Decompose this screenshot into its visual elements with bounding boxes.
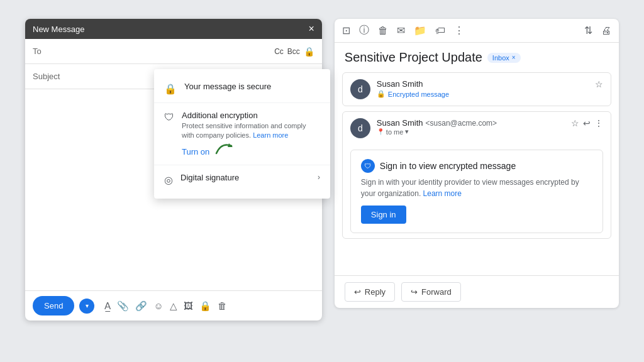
- compose-footer: Send ▾ A̲ 📎 🔗 ☺ △ 🖼 🔒 🗑: [25, 290, 322, 321]
- reply-label: Reply: [365, 287, 386, 297]
- msg-info-2: Susan Smith <susan@acme.com> 📍 to me ▾: [377, 118, 565, 136]
- avatar-2: d: [350, 118, 370, 138]
- link-icon[interactable]: 🔗: [135, 300, 147, 312]
- sender-1: Susan Smith: [377, 79, 589, 89]
- reply-arrow-icon: ↩: [354, 287, 361, 297]
- lock-toolbar-icon[interactable]: 🔒: [199, 300, 211, 312]
- emoji-icon[interactable]: ☺: [153, 300, 163, 311]
- send-button[interactable]: Send: [33, 296, 74, 315]
- enc-shield-icon: 🔒: [377, 90, 386, 98]
- turn-on-link[interactable]: Turn on: [182, 147, 209, 156]
- to-label: To: [33, 47, 64, 56]
- email-message-2: d Susan Smith <susan@acme.com> 📍 to me ▾…: [342, 111, 611, 239]
- to-actions: Cc Bcc 🔒: [274, 47, 314, 57]
- email-message-1[interactable]: d Susan Smith 🔒 Encrypted message ☆: [342, 72, 611, 106]
- bcc-label[interactable]: Bcc: [287, 47, 300, 56]
- enc-item-digital[interactable]: ◎ Digital signature ›: [154, 165, 330, 194]
- badge-label: Inbox: [492, 54, 509, 62]
- sign-in-button[interactable]: Sign in: [361, 206, 406, 224]
- screenshot-wrapper: New Message × To Cc Bcc 🔒 Subject 🔒 Your…: [0, 0, 644, 362]
- cc-label[interactable]: Cc: [274, 47, 284, 56]
- enc-badge-1: 🔒 Encrypted message: [377, 90, 589, 98]
- format-text-icon[interactable]: A̲: [104, 300, 111, 312]
- attach-icon[interactable]: 📎: [117, 300, 129, 312]
- email-panel: ⊡ ⓘ 🗑 ✉ 📁 🏷 ⋮ ⇅ 🖨 Sensitive Project Upda…: [335, 19, 619, 308]
- info-icon[interactable]: ⓘ: [359, 24, 369, 37]
- compose-panel: New Message × To Cc Bcc 🔒 Subject 🔒 Your…: [25, 19, 322, 321]
- enc-label-1: Encrypted message: [388, 90, 449, 98]
- additional-learn-more[interactable]: Learn more: [253, 131, 288, 139]
- compose-to-field[interactable]: To Cc Bcc 🔒: [25, 39, 322, 64]
- email-toolbar: ⊡ ⓘ 🗑 ✉ 📁 🏷 ⋮ ⇅ 🖨: [335, 19, 619, 43]
- secure-title: Your message is secure: [184, 82, 320, 91]
- sign-in-learn-more[interactable]: Learn more: [423, 189, 462, 198]
- photo-icon[interactable]: 🖼: [184, 300, 193, 311]
- avatar-1: d: [350, 79, 370, 99]
- reply-button[interactable]: ↩ Reply: [345, 282, 395, 302]
- forward-label: Forward: [421, 287, 452, 297]
- compose-toolbar: A̲ 📎 🔗 ☺ △ 🖼 🔒 🗑: [104, 300, 226, 312]
- sign-in-box: 🛡 Sign in to view encrypted message Sign…: [350, 150, 603, 233]
- sender-email-2: <susan@acme.com>: [426, 119, 497, 128]
- compose-title: New Message: [33, 25, 84, 34]
- secure-content: Your message is secure: [184, 82, 320, 91]
- location-icon: 📍: [377, 128, 384, 135]
- email-icon[interactable]: ✉: [397, 25, 405, 36]
- badge-close-icon[interactable]: ×: [512, 54, 516, 61]
- sign-in-title-line: 🛡 Sign in to view encrypted message: [361, 159, 592, 173]
- trash-icon[interactable]: 🗑: [218, 300, 227, 311]
- compose-header: New Message ×: [25, 19, 322, 39]
- msg-actions-1: ☆: [595, 79, 603, 89]
- sign-in-desc-text: Sign in with your identity provider to v…: [361, 177, 592, 199]
- nav-up-down-icon[interactable]: ⇅: [584, 25, 592, 36]
- star-icon-1[interactable]: ☆: [595, 79, 603, 89]
- shield-icon: 🛡: [164, 112, 174, 123]
- digital-title: Digital signature: [180, 173, 310, 182]
- secure-lock-icon: 🔒: [164, 83, 177, 95]
- msg-info-1: Susan Smith 🔒 Encrypted message: [377, 79, 589, 98]
- archive-icon[interactable]: ⊡: [342, 25, 350, 36]
- to-chevron-icon: ▾: [405, 128, 409, 136]
- more-vert-icon[interactable]: ⋮: [454, 25, 464, 36]
- digital-arrow-icon: ›: [318, 173, 320, 182]
- email-footer: ↩ Reply ↪ Forward: [335, 275, 619, 308]
- send-caret-button[interactable]: ▾: [79, 299, 94, 314]
- svg-marker-0: [228, 143, 233, 147]
- enc-item-additional: 🛡 Additional encryption Protect sensitiv…: [154, 103, 330, 165]
- delete-icon[interactable]: 🗑: [378, 25, 388, 36]
- sender-2-line: Susan Smith <susan@acme.com>: [377, 118, 565, 128]
- digital-content: Digital signature: [180, 173, 310, 182]
- email-subject-bar: Sensitive Project Update Inbox ×: [335, 43, 619, 72]
- msg-actions-2: ☆ ↩ ⋮: [571, 118, 603, 128]
- encryption-dropdown: 🔒 Your message is secure 🛡 Additional en…: [154, 69, 330, 199]
- email-subject: Sensitive Project Update: [345, 50, 482, 65]
- drive-icon[interactable]: △: [170, 300, 177, 312]
- digital-sig-icon: ◎: [164, 174, 173, 186]
- label-icon[interactable]: 🏷: [435, 25, 445, 36]
- reply-icon-2[interactable]: ↩: [583, 118, 591, 128]
- msg-detail-header: d Susan Smith <susan@acme.com> 📍 to me ▾…: [343, 112, 611, 145]
- print-icon[interactable]: 🖨: [601, 25, 611, 36]
- sign-in-shield-icon: 🛡: [361, 159, 375, 173]
- inbox-badge: Inbox ×: [487, 53, 521, 63]
- lock-icon[interactable]: 🔒: [304, 47, 314, 57]
- subject-label: Subject: [33, 72, 64, 81]
- additional-desc: Protect sensitive information and comply…: [182, 121, 320, 141]
- star-icon-2[interactable]: ☆: [571, 118, 579, 128]
- additional-title: Additional encryption: [182, 111, 320, 120]
- to-line: 📍 to me ▾: [377, 128, 565, 136]
- additional-content: Additional encryption Protect sensitive …: [182, 111, 320, 157]
- sign-in-title-text: Sign in to view encrypted message: [380, 161, 516, 171]
- forward-arrow-icon: ↪: [411, 287, 418, 297]
- sender-2: Susan Smith: [377, 118, 423, 128]
- enc-item-secure: 🔒 Your message is secure: [154, 74, 330, 103]
- more-icon-2[interactable]: ⋮: [594, 118, 603, 128]
- folder-icon[interactable]: 📁: [414, 25, 426, 36]
- green-arrow-icon: [215, 141, 233, 157]
- compose-close-button[interactable]: ×: [308, 24, 314, 34]
- forward-button[interactable]: ↪ Forward: [401, 282, 461, 302]
